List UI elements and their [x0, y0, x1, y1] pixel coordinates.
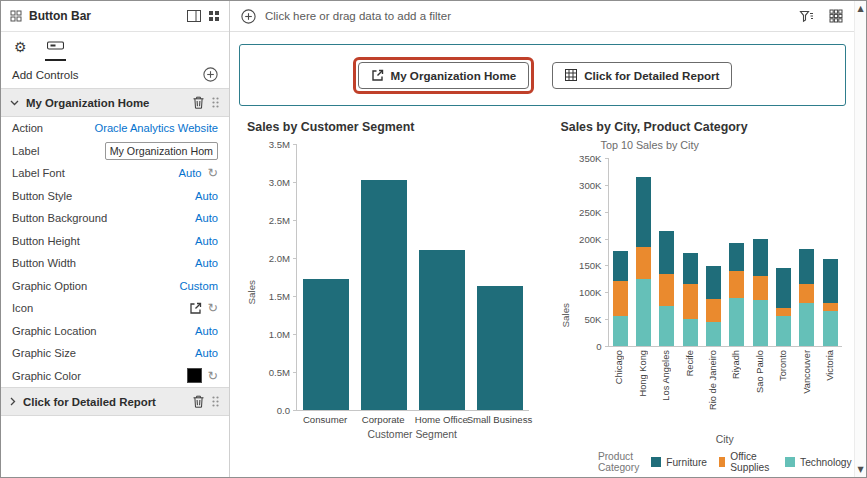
- value-graphic-size[interactable]: Auto: [195, 347, 218, 359]
- panel-layout-icon[interactable]: [187, 10, 201, 22]
- value-graphic-option[interactable]: Custom: [179, 280, 218, 292]
- label-input[interactable]: My Organization Hom: [105, 142, 218, 160]
- my-organization-home-button[interactable]: My Organization Home: [358, 62, 530, 89]
- property-label: Label: [12, 145, 105, 157]
- bar-column-los-angeles: [655, 158, 678, 346]
- filter-bar-actions: [799, 9, 843, 23]
- segment-furniture[interactable]: [753, 239, 768, 276]
- segment-office-supplies[interactable]: [776, 308, 791, 316]
- segment-office-supplies[interactable]: [753, 276, 768, 300]
- segment-office-supplies[interactable]: [706, 299, 721, 322]
- drag-handle-icon[interactable]: [211, 395, 220, 408]
- segment-office-supplies[interactable]: [823, 303, 838, 311]
- scroll-up-icon[interactable]: ▲: [857, 4, 863, 13]
- y-tickmark: [605, 265, 609, 266]
- panel-header: Button Bar: [1, 1, 229, 32]
- scroll-down-icon[interactable]: ▼: [857, 465, 863, 474]
- reset-icon[interactable]: ↻: [208, 370, 218, 383]
- button-label: Click for Detailed Report: [584, 69, 719, 82]
- stacked-bar-vancouver: [799, 249, 814, 346]
- tab-button-bar-properties[interactable]: [45, 32, 66, 61]
- property-label: Button Width: [12, 257, 195, 269]
- bar-consumer[interactable]: [303, 279, 349, 410]
- button-label: My Organization Home: [391, 69, 517, 82]
- segment-technology[interactable]: [683, 319, 698, 346]
- property-row-button-height: Button HeightAuto: [1, 230, 229, 253]
- filter-bar[interactable]: Click here or drag data to add a filter: [230, 1, 854, 32]
- value-button-height[interactable]: Auto: [195, 235, 218, 247]
- bar-corporate[interactable]: [361, 180, 407, 410]
- y-tickmark: [293, 258, 297, 259]
- segment-office-supplies[interactable]: [729, 271, 744, 298]
- vertical-scrollbar[interactable]: ▲ ▼: [854, 1, 866, 477]
- bar-column-rio-de-janeiro: [702, 158, 725, 346]
- bar-home-office[interactable]: [419, 250, 465, 410]
- segment-technology[interactable]: [706, 322, 721, 346]
- segment-technology[interactable]: [823, 311, 838, 346]
- value-label-font[interactable]: Auto: [179, 167, 202, 179]
- panel-grid-icon[interactable]: [208, 10, 220, 22]
- control-section-click-for-detailed-report[interactable]: Click for Detailed Report: [1, 387, 229, 416]
- x-axis-labels: ConsumerCorporateHome OfficeSmall Busine…: [296, 414, 529, 425]
- y-tickmark: [293, 220, 297, 221]
- y-tickmark: [605, 292, 609, 293]
- property-value: Auto: [195, 235, 218, 247]
- segment-furniture[interactable]: [799, 249, 814, 284]
- segment-furniture[interactable]: [776, 268, 791, 308]
- property-label: Graphic Size: [12, 347, 195, 359]
- bar-column-chicago: [609, 158, 632, 346]
- action-link[interactable]: Oracle Analytics Website: [94, 122, 218, 134]
- value-button-style[interactable]: Auto: [195, 190, 218, 202]
- value-graphic-location[interactable]: Auto: [195, 325, 218, 337]
- filter-icon[interactable]: [799, 9, 814, 23]
- delete-icon[interactable]: [193, 96, 204, 109]
- reset-icon[interactable]: ↻: [208, 302, 218, 315]
- segment-technology[interactable]: [659, 306, 674, 346]
- reset-icon[interactable]: ↻: [208, 167, 218, 180]
- property-value: ↻: [189, 302, 218, 315]
- value-button-background[interactable]: Auto: [195, 212, 218, 224]
- delete-icon[interactable]: [193, 395, 204, 408]
- segment-furniture[interactable]: [729, 243, 744, 271]
- canvas-grid-icon[interactable]: [829, 9, 843, 23]
- y-tickmark: [605, 346, 609, 347]
- color-swatch[interactable]: [187, 368, 202, 383]
- segment-furniture[interactable]: [683, 253, 698, 284]
- segment-office-supplies[interactable]: [613, 281, 628, 316]
- segment-technology[interactable]: [729, 298, 744, 346]
- stacked-bar-toronto: [776, 268, 791, 346]
- add-control-button[interactable]: [203, 67, 218, 82]
- segment-furniture[interactable]: [636, 177, 651, 247]
- external-link-icon[interactable]: [189, 302, 202, 315]
- segment-technology[interactable]: [776, 316, 791, 346]
- segment-furniture[interactable]: [613, 251, 628, 281]
- drag-handle-icon[interactable]: [211, 96, 220, 109]
- button-bar-container: My Organization Home Click for Detailed …: [239, 44, 846, 106]
- plot-wrap: ConsumerCorporateHome OfficeSmall Busine…: [296, 144, 529, 440]
- legend-item-office-supplies[interactable]: Office Supplies: [719, 451, 773, 473]
- stacked-bar-rio-de-janeiro: [706, 266, 721, 346]
- segment-office-supplies[interactable]: [659, 274, 674, 306]
- segment-office-supplies[interactable]: [636, 247, 651, 279]
- segment-technology[interactable]: [613, 316, 628, 346]
- tab-general-settings[interactable]: ⚙: [12, 32, 29, 61]
- segment-office-supplies[interactable]: [683, 284, 698, 319]
- segment-technology[interactable]: [636, 279, 651, 346]
- add-filter-icon[interactable]: [241, 9, 256, 24]
- segment-furniture[interactable]: [706, 266, 721, 299]
- legend-item-technology[interactable]: Technology: [785, 457, 852, 468]
- control-section-my-organization-home[interactable]: My Organization Home: [1, 88, 229, 117]
- legend-item-furniture[interactable]: Furniture: [651, 457, 707, 468]
- section-label: My Organization Home: [26, 97, 186, 109]
- segment-technology[interactable]: [799, 303, 814, 346]
- x-label-toronto: Toronto: [772, 350, 795, 430]
- click-for-detailed-report-button[interactable]: Click for Detailed Report: [552, 62, 732, 89]
- bar-column-vancouver: [795, 158, 818, 346]
- value-button-width[interactable]: Auto: [195, 257, 218, 269]
- segment-furniture[interactable]: [659, 231, 674, 274]
- bar-small-business[interactable]: [477, 286, 523, 410]
- segment-office-supplies[interactable]: [799, 284, 814, 303]
- segment-furniture[interactable]: [823, 259, 838, 303]
- segment-technology[interactable]: [753, 300, 768, 346]
- property-row-button-style: Button StyleAuto: [1, 185, 229, 208]
